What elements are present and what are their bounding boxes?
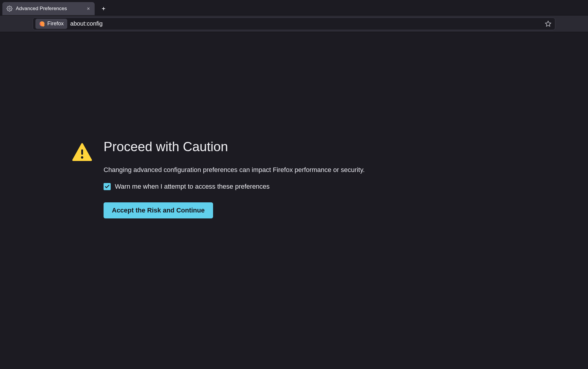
identity-box[interactable]: Firefox: [35, 19, 67, 29]
warning-title: Proceed with Caution: [104, 139, 365, 154]
tab-bar: Advanced Preferences: [0, 0, 588, 15]
warn-checkbox-label: Warn me when I attempt to access these p…: [115, 183, 270, 190]
svg-rect-7: [81, 149, 83, 155]
gear-icon: [6, 5, 13, 12]
accept-risk-button[interactable]: Accept the Risk and Continue: [104, 202, 213, 218]
close-tab-button[interactable]: [85, 5, 92, 12]
close-icon: [86, 7, 90, 11]
svg-marker-6: [545, 21, 551, 26]
check-icon: [104, 184, 110, 189]
plus-icon: [101, 6, 106, 11]
firefox-icon: [39, 21, 45, 27]
identity-label: Firefox: [47, 21, 64, 27]
svg-point-8: [81, 156, 83, 159]
svg-point-0: [9, 8, 10, 10]
bookmark-button[interactable]: [544, 19, 553, 28]
new-tab-button[interactable]: [98, 3, 110, 15]
page-content: Proceed with Caution Changing advanced c…: [0, 32, 588, 369]
warning-container: Proceed with Caution Changing advanced c…: [71, 139, 365, 218]
warning-checkbox-row: Warn me when I attempt to access these p…: [104, 183, 365, 190]
warn-checkbox[interactable]: [104, 183, 111, 190]
warning-text: Proceed with Caution Changing advanced c…: [104, 139, 365, 218]
url-bar[interactable]: Firefox: [33, 18, 555, 30]
warning-icon: [71, 142, 93, 164]
browser-tab[interactable]: Advanced Preferences: [2, 2, 95, 15]
warning-description: Changing advanced configuration preferen…: [104, 166, 365, 174]
url-input[interactable]: [70, 20, 541, 27]
navigation-toolbar: Firefox: [0, 15, 588, 32]
tab-title: Advanced Preferences: [16, 6, 82, 12]
star-icon: [545, 21, 551, 27]
